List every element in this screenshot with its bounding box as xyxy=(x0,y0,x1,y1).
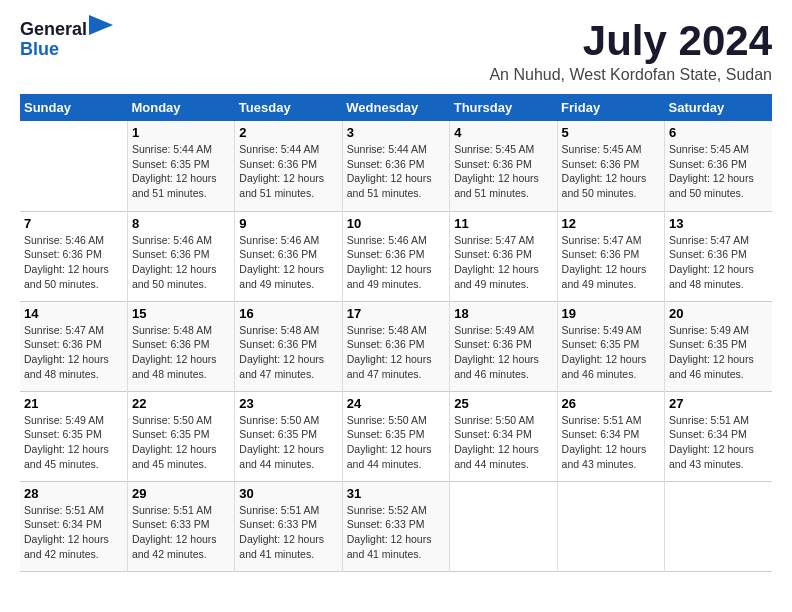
day-info: Sunrise: 5:52 AM Sunset: 6:33 PM Dayligh… xyxy=(347,503,445,562)
day-info: Sunrise: 5:45 AM Sunset: 6:36 PM Dayligh… xyxy=(454,142,552,201)
logo: General Blue xyxy=(20,20,113,60)
calendar-week-row: 7Sunrise: 5:46 AM Sunset: 6:36 PM Daylig… xyxy=(20,211,772,301)
day-info: Sunrise: 5:47 AM Sunset: 6:36 PM Dayligh… xyxy=(24,323,123,382)
logo-blue: Blue xyxy=(20,40,113,60)
day-number: 23 xyxy=(239,396,337,411)
day-number: 13 xyxy=(669,216,768,231)
page-header: General Blue July 2024 An Nuhud, West Ko… xyxy=(20,20,772,84)
day-info: Sunrise: 5:51 AM Sunset: 6:34 PM Dayligh… xyxy=(562,413,660,472)
day-info: Sunrise: 5:49 AM Sunset: 6:35 PM Dayligh… xyxy=(24,413,123,472)
day-number: 28 xyxy=(24,486,123,501)
calendar-table: SundayMondayTuesdayWednesdayThursdayFrid… xyxy=(20,94,772,572)
calendar-cell: 22Sunrise: 5:50 AM Sunset: 6:35 PM Dayli… xyxy=(127,391,234,481)
day-info: Sunrise: 5:47 AM Sunset: 6:36 PM Dayligh… xyxy=(669,233,768,292)
calendar-cell: 1Sunrise: 5:44 AM Sunset: 6:35 PM Daylig… xyxy=(127,121,234,211)
title-block: July 2024 An Nuhud, West Kordofan State,… xyxy=(489,20,772,84)
day-number: 6 xyxy=(669,125,768,140)
calendar-cell: 24Sunrise: 5:50 AM Sunset: 6:35 PM Dayli… xyxy=(342,391,449,481)
day-info: Sunrise: 5:49 AM Sunset: 6:35 PM Dayligh… xyxy=(669,323,768,382)
day-number: 3 xyxy=(347,125,445,140)
day-number: 18 xyxy=(454,306,552,321)
day-number: 31 xyxy=(347,486,445,501)
svg-marker-0 xyxy=(89,15,113,35)
day-info: Sunrise: 5:47 AM Sunset: 6:36 PM Dayligh… xyxy=(454,233,552,292)
day-info: Sunrise: 5:50 AM Sunset: 6:35 PM Dayligh… xyxy=(132,413,230,472)
day-number: 8 xyxy=(132,216,230,231)
day-number: 10 xyxy=(347,216,445,231)
day-number: 26 xyxy=(562,396,660,411)
day-number: 2 xyxy=(239,125,337,140)
day-info: Sunrise: 5:46 AM Sunset: 6:36 PM Dayligh… xyxy=(24,233,123,292)
day-info: Sunrise: 5:46 AM Sunset: 6:36 PM Dayligh… xyxy=(347,233,445,292)
calendar-week-row: 1Sunrise: 5:44 AM Sunset: 6:35 PM Daylig… xyxy=(20,121,772,211)
day-number: 7 xyxy=(24,216,123,231)
calendar-cell: 4Sunrise: 5:45 AM Sunset: 6:36 PM Daylig… xyxy=(450,121,557,211)
day-number: 29 xyxy=(132,486,230,501)
day-number: 22 xyxy=(132,396,230,411)
day-info: Sunrise: 5:48 AM Sunset: 6:36 PM Dayligh… xyxy=(347,323,445,382)
day-info: Sunrise: 5:44 AM Sunset: 6:36 PM Dayligh… xyxy=(239,142,337,201)
day-number: 1 xyxy=(132,125,230,140)
day-of-week-header: Sunday xyxy=(20,94,127,121)
calendar-cell: 7Sunrise: 5:46 AM Sunset: 6:36 PM Daylig… xyxy=(20,211,127,301)
day-info: Sunrise: 5:50 AM Sunset: 6:35 PM Dayligh… xyxy=(239,413,337,472)
calendar-cell: 5Sunrise: 5:45 AM Sunset: 6:36 PM Daylig… xyxy=(557,121,664,211)
logo-text: General Blue xyxy=(20,20,113,60)
day-of-week-header: Monday xyxy=(127,94,234,121)
day-number: 16 xyxy=(239,306,337,321)
day-info: Sunrise: 5:46 AM Sunset: 6:36 PM Dayligh… xyxy=(132,233,230,292)
calendar-cell: 25Sunrise: 5:50 AM Sunset: 6:34 PM Dayli… xyxy=(450,391,557,481)
day-info: Sunrise: 5:45 AM Sunset: 6:36 PM Dayligh… xyxy=(669,142,768,201)
day-number: 11 xyxy=(454,216,552,231)
day-info: Sunrise: 5:51 AM Sunset: 6:33 PM Dayligh… xyxy=(239,503,337,562)
day-number: 12 xyxy=(562,216,660,231)
day-number: 30 xyxy=(239,486,337,501)
day-info: Sunrise: 5:49 AM Sunset: 6:35 PM Dayligh… xyxy=(562,323,660,382)
day-number: 25 xyxy=(454,396,552,411)
day-number: 19 xyxy=(562,306,660,321)
calendar-week-row: 14Sunrise: 5:47 AM Sunset: 6:36 PM Dayli… xyxy=(20,301,772,391)
day-of-week-header: Tuesday xyxy=(235,94,342,121)
day-info: Sunrise: 5:46 AM Sunset: 6:36 PM Dayligh… xyxy=(239,233,337,292)
calendar-week-row: 28Sunrise: 5:51 AM Sunset: 6:34 PM Dayli… xyxy=(20,481,772,571)
day-info: Sunrise: 5:44 AM Sunset: 6:35 PM Dayligh… xyxy=(132,142,230,201)
calendar-cell: 17Sunrise: 5:48 AM Sunset: 6:36 PM Dayli… xyxy=(342,301,449,391)
calendar-cell xyxy=(20,121,127,211)
day-info: Sunrise: 5:48 AM Sunset: 6:36 PM Dayligh… xyxy=(239,323,337,382)
calendar-cell: 12Sunrise: 5:47 AM Sunset: 6:36 PM Dayli… xyxy=(557,211,664,301)
calendar-header-row: SundayMondayTuesdayWednesdayThursdayFrid… xyxy=(20,94,772,121)
calendar-cell: 8Sunrise: 5:46 AM Sunset: 6:36 PM Daylig… xyxy=(127,211,234,301)
day-number: 24 xyxy=(347,396,445,411)
calendar-cell: 31Sunrise: 5:52 AM Sunset: 6:33 PM Dayli… xyxy=(342,481,449,571)
calendar-cell: 27Sunrise: 5:51 AM Sunset: 6:34 PM Dayli… xyxy=(665,391,772,481)
day-info: Sunrise: 5:51 AM Sunset: 6:33 PM Dayligh… xyxy=(132,503,230,562)
calendar-cell: 6Sunrise: 5:45 AM Sunset: 6:36 PM Daylig… xyxy=(665,121,772,211)
day-number: 14 xyxy=(24,306,123,321)
day-number: 9 xyxy=(239,216,337,231)
calendar-cell: 23Sunrise: 5:50 AM Sunset: 6:35 PM Dayli… xyxy=(235,391,342,481)
day-info: Sunrise: 5:51 AM Sunset: 6:34 PM Dayligh… xyxy=(24,503,123,562)
calendar-cell: 21Sunrise: 5:49 AM Sunset: 6:35 PM Dayli… xyxy=(20,391,127,481)
day-info: Sunrise: 5:47 AM Sunset: 6:36 PM Dayligh… xyxy=(562,233,660,292)
day-info: Sunrise: 5:44 AM Sunset: 6:36 PM Dayligh… xyxy=(347,142,445,201)
day-info: Sunrise: 5:50 AM Sunset: 6:35 PM Dayligh… xyxy=(347,413,445,472)
calendar-body: 1Sunrise: 5:44 AM Sunset: 6:35 PM Daylig… xyxy=(20,121,772,571)
calendar-cell: 11Sunrise: 5:47 AM Sunset: 6:36 PM Dayli… xyxy=(450,211,557,301)
calendar-cell: 9Sunrise: 5:46 AM Sunset: 6:36 PM Daylig… xyxy=(235,211,342,301)
calendar-cell: 28Sunrise: 5:51 AM Sunset: 6:34 PM Dayli… xyxy=(20,481,127,571)
calendar-week-row: 21Sunrise: 5:49 AM Sunset: 6:35 PM Dayli… xyxy=(20,391,772,481)
calendar-cell: 3Sunrise: 5:44 AM Sunset: 6:36 PM Daylig… xyxy=(342,121,449,211)
day-number: 27 xyxy=(669,396,768,411)
day-info: Sunrise: 5:50 AM Sunset: 6:34 PM Dayligh… xyxy=(454,413,552,472)
calendar-cell: 26Sunrise: 5:51 AM Sunset: 6:34 PM Dayli… xyxy=(557,391,664,481)
day-info: Sunrise: 5:49 AM Sunset: 6:36 PM Dayligh… xyxy=(454,323,552,382)
calendar-cell: 18Sunrise: 5:49 AM Sunset: 6:36 PM Dayli… xyxy=(450,301,557,391)
day-number: 20 xyxy=(669,306,768,321)
calendar-cell: 20Sunrise: 5:49 AM Sunset: 6:35 PM Dayli… xyxy=(665,301,772,391)
day-info: Sunrise: 5:51 AM Sunset: 6:34 PM Dayligh… xyxy=(669,413,768,472)
day-number: 4 xyxy=(454,125,552,140)
logo-arrow-icon xyxy=(89,15,113,35)
day-number: 5 xyxy=(562,125,660,140)
day-of-week-header: Friday xyxy=(557,94,664,121)
calendar-cell: 16Sunrise: 5:48 AM Sunset: 6:36 PM Dayli… xyxy=(235,301,342,391)
